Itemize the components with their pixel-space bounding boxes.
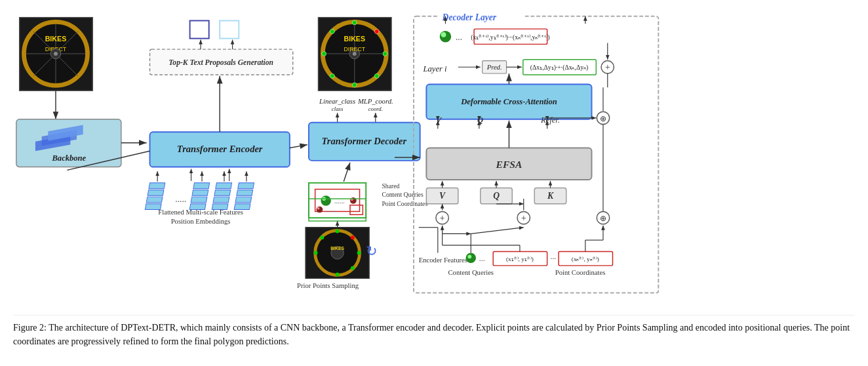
svg-rect-48 [220, 20, 239, 38]
svg-text:Transformer Encoder: Transformer Encoder [177, 144, 263, 154]
svg-text:(Δx₁,Δy₁)·+·(Δxₙ,Δyₙ): (Δx₁,Δy₁)·+·(Δxₙ,Δyₙ) [530, 64, 588, 71]
svg-point-169 [467, 254, 471, 258]
transformer-decoder-box: Transformer Decoder [309, 123, 420, 161]
content-queries-boxes: ...... [309, 183, 366, 218]
svg-rect-47 [190, 20, 209, 38]
svg-line-178 [471, 228, 523, 234]
svg-rect-20 [149, 183, 165, 189]
svg-point-104 [314, 251, 318, 255]
svg-rect-33 [213, 197, 229, 203]
svg-text:MLP_coord.: MLP_coord. [357, 98, 393, 105]
efsa-box: EFSA [426, 148, 591, 179]
svg-text:Position Embeddings: Position Embeddings [171, 218, 231, 225]
caption: Figure 2: The architecture of DPText-DET… [13, 315, 855, 348]
svg-text:Content Queries: Content Queries [382, 191, 423, 198]
topk-box: Top-K Text Proposals Generation [150, 49, 293, 75]
svg-point-65 [352, 83, 357, 87]
svg-point-70 [330, 73, 334, 78]
svg-point-105 [351, 235, 355, 239]
svg-text:+: + [521, 213, 526, 223]
svg-point-63 [352, 20, 357, 25]
svg-text:Decoder Layer: Decoder Layer [442, 12, 497, 22]
transformer-encoder-box: Transformer Encoder [150, 132, 290, 167]
svg-text:EFSA: EFSA [496, 159, 523, 170]
deformable-cross-attention-box: Deformable Cross-Attention V Q Refer. [426, 84, 591, 124]
svg-text:···: ··· [550, 254, 556, 263]
svg-rect-26 [193, 183, 210, 189]
svg-text:Linear_class: Linear_class [319, 98, 355, 105]
svg-text:...: ... [456, 32, 462, 42]
svg-rect-22 [146, 197, 163, 203]
svg-text:.....: ..... [175, 194, 186, 204]
svg-text:Deformable Cross-Attention: Deformable Cross-Attention [460, 98, 557, 107]
main-container: BIKES DIRECT Backbone [13, 7, 855, 348]
svg-point-114 [440, 31, 451, 42]
input-image: BIKES DIRECT [20, 18, 93, 91]
feature-maps-stack: ..... [145, 171, 254, 209]
svg-text:Prior Points Sampling: Prior Points Sampling [297, 282, 359, 289]
svg-point-83 [321, 195, 331, 206]
svg-rect-21 [148, 190, 164, 195]
svg-point-66 [322, 52, 326, 56]
svg-point-107 [320, 235, 324, 239]
svg-text:↻: ↻ [366, 243, 378, 259]
svg-text:BIKES: BIKES [344, 35, 365, 43]
svg-text:Shared: Shared [382, 182, 399, 190]
svg-point-106 [351, 266, 355, 270]
svg-point-68 [374, 73, 379, 78]
svg-text:DIRECT: DIRECT [344, 46, 366, 52]
svg-rect-32 [214, 190, 231, 195]
svg-text:Q: Q [477, 115, 483, 125]
output-image: BIKES DIRECT [318, 18, 391, 91]
svg-text:...: ... [479, 254, 485, 263]
svg-text:Flattened Multi-scale Features: Flattened Multi-scale Features [158, 209, 243, 216]
svg-text:Content Queries: Content Queries [448, 269, 494, 276]
svg-text:(x₁⁽ᵗ⁾, y₁⁽ᵗ⁾): (x₁⁽ᵗ⁾, y₁⁽ᵗ⁾) [506, 256, 534, 262]
svg-text:Point Coordinates: Point Coordinates [555, 269, 606, 276]
prior-points-image: BIKES ↻ [306, 228, 378, 279]
svg-point-64 [383, 52, 387, 56]
svg-point-115 [441, 32, 446, 37]
svg-text:Encoder Features: Encoder Features [419, 256, 467, 264]
svg-point-69 [330, 30, 334, 34]
vqk-row: V Q K [426, 181, 566, 204]
svg-text:Top-K Text Proposals Generatio: Top-K Text Proposals Generation [168, 58, 273, 67]
svg-line-96 [344, 163, 350, 182]
encoder-features-row: Encoder Features ... (x₁⁽ᵗ⁾, y₁⁽ᵗ⁾) ··· … [419, 252, 613, 266]
svg-text:V: V [439, 191, 446, 201]
svg-text:class: class [332, 106, 344, 112]
svg-text:Backbone: Backbone [51, 153, 86, 163]
svg-text:coord.: coord. [368, 106, 383, 112]
backbone-box: Backbone [16, 119, 121, 167]
svg-text:+: + [440, 213, 445, 223]
svg-text:K: K [547, 191, 554, 201]
svg-point-103 [336, 273, 340, 277]
svg-text:BIKES: BIKES [45, 35, 67, 43]
svg-rect-31 [216, 183, 232, 189]
svg-text:Q: Q [493, 191, 500, 201]
svg-text:Transformer Decoder: Transformer Decoder [321, 136, 406, 146]
dl-layer-i: Layer i Pred. (Δx₁,Δy₁)·+·(Δxₙ,Δyₙ) + [423, 43, 614, 87]
svg-point-67 [374, 30, 379, 34]
svg-line-79 [290, 145, 307, 148]
svg-text:Layer i: Layer i [423, 64, 448, 73]
svg-text:+: + [605, 62, 610, 72]
svg-text:(x₁⁽ᵗ⁺¹⁾,y₁⁽ᵗ⁺¹⁾)···(xₙ⁽ᵗ⁺¹⁾,y: (x₁⁽ᵗ⁺¹⁾,y₁⁽ᵗ⁺¹⁾)···(xₙ⁽ᵗ⁺¹⁾,yₙ⁽ᵗ⁺¹⁾) [471, 33, 549, 41]
svg-rect-27 [192, 190, 208, 195]
svg-rect-28 [191, 197, 207, 203]
svg-rect-38 [235, 197, 252, 203]
svg-point-90 [317, 207, 320, 210]
svg-text:BIKES: BIKES [330, 246, 344, 251]
svg-rect-37 [237, 190, 253, 195]
caption-text: Figure 2: The architecture of DPText-DET… [13, 323, 850, 346]
svg-point-102 [357, 251, 361, 255]
svg-text:Point Coordinates: Point Coordinates [382, 200, 427, 207]
svg-text:......: ...... [326, 206, 337, 213]
svg-text:(xₙ⁽ᵗ⁾, yₙ⁽ᵗ⁾): (xₙ⁽ᵗ⁾, yₙ⁽ᵗ⁾) [572, 256, 599, 262]
diagram-area: BIKES DIRECT Backbone [13, 7, 855, 308]
svg-text:Refer.: Refer. [540, 115, 560, 125]
svg-point-101 [336, 230, 340, 234]
svg-rect-92 [350, 205, 363, 215]
svg-text:⊕: ⊕ [600, 115, 606, 123]
svg-text:Pred.: Pred. [486, 64, 502, 71]
